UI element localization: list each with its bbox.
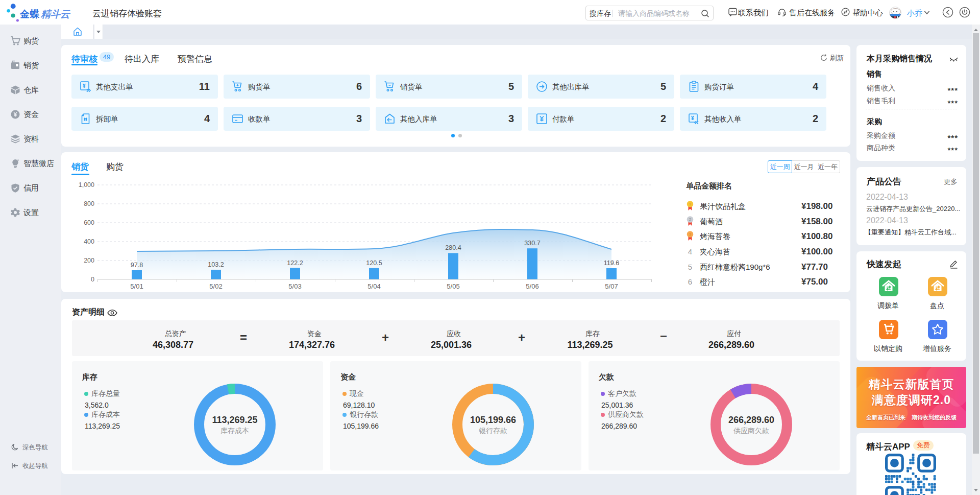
svg-text:2: 2 bbox=[689, 217, 692, 222]
svg-text:1: 1 bbox=[689, 202, 692, 206]
svg-text:3: 3 bbox=[689, 232, 692, 237]
